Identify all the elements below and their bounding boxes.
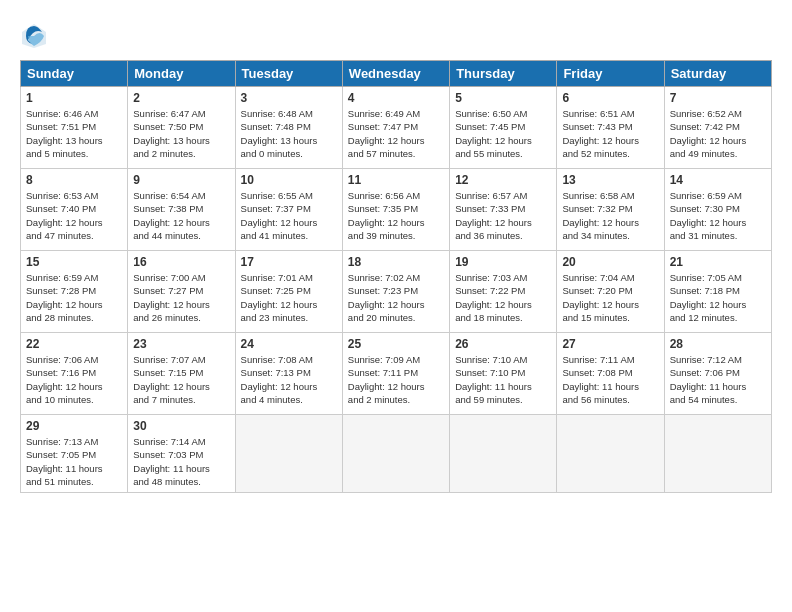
day-info: Sunrise: 6:57 AMSunset: 7:33 PMDaylight:… xyxy=(455,189,551,242)
day-info: Sunrise: 6:51 AMSunset: 7:43 PMDaylight:… xyxy=(562,107,658,160)
day-number: 1 xyxy=(26,91,122,105)
day-info: Sunrise: 6:59 AMSunset: 7:28 PMDaylight:… xyxy=(26,271,122,324)
week-row-2: 8Sunrise: 6:53 AMSunset: 7:40 PMDaylight… xyxy=(21,169,772,251)
day-number: 8 xyxy=(26,173,122,187)
day-number: 10 xyxy=(241,173,337,187)
day-info: Sunrise: 6:50 AMSunset: 7:45 PMDaylight:… xyxy=(455,107,551,160)
calendar-cell: 22Sunrise: 7:06 AMSunset: 7:16 PMDayligh… xyxy=(21,333,128,415)
calendar-cell: 4Sunrise: 6:49 AMSunset: 7:47 PMDaylight… xyxy=(342,87,449,169)
calendar-cell: 9Sunrise: 6:54 AMSunset: 7:38 PMDaylight… xyxy=(128,169,235,251)
day-info: Sunrise: 7:04 AMSunset: 7:20 PMDaylight:… xyxy=(562,271,658,324)
calendar-cell: 7Sunrise: 6:52 AMSunset: 7:42 PMDaylight… xyxy=(664,87,771,169)
day-number: 29 xyxy=(26,419,122,433)
day-number: 19 xyxy=(455,255,551,269)
day-info: Sunrise: 6:52 AMSunset: 7:42 PMDaylight:… xyxy=(670,107,766,160)
day-number: 5 xyxy=(455,91,551,105)
weekday-header-saturday: Saturday xyxy=(664,61,771,87)
day-number: 12 xyxy=(455,173,551,187)
day-info: Sunrise: 6:48 AMSunset: 7:48 PMDaylight:… xyxy=(241,107,337,160)
day-number: 9 xyxy=(133,173,229,187)
weekday-header-row: SundayMondayTuesdayWednesdayThursdayFrid… xyxy=(21,61,772,87)
day-number: 22 xyxy=(26,337,122,351)
day-info: Sunrise: 7:11 AMSunset: 7:08 PMDaylight:… xyxy=(562,353,658,406)
day-info: Sunrise: 7:14 AMSunset: 7:03 PMDaylight:… xyxy=(133,435,229,488)
day-number: 25 xyxy=(348,337,444,351)
day-info: Sunrise: 6:59 AMSunset: 7:30 PMDaylight:… xyxy=(670,189,766,242)
logo xyxy=(20,22,52,50)
day-info: Sunrise: 7:07 AMSunset: 7:15 PMDaylight:… xyxy=(133,353,229,406)
calendar-cell: 8Sunrise: 6:53 AMSunset: 7:40 PMDaylight… xyxy=(21,169,128,251)
day-number: 7 xyxy=(670,91,766,105)
day-number: 11 xyxy=(348,173,444,187)
calendar-cell: 14Sunrise: 6:59 AMSunset: 7:30 PMDayligh… xyxy=(664,169,771,251)
day-info: Sunrise: 7:09 AMSunset: 7:11 PMDaylight:… xyxy=(348,353,444,406)
header xyxy=(20,18,772,50)
day-info: Sunrise: 6:46 AMSunset: 7:51 PMDaylight:… xyxy=(26,107,122,160)
calendar-cell: 10Sunrise: 6:55 AMSunset: 7:37 PMDayligh… xyxy=(235,169,342,251)
logo-icon xyxy=(20,22,48,50)
day-number: 6 xyxy=(562,91,658,105)
day-number: 27 xyxy=(562,337,658,351)
calendar-cell xyxy=(342,415,449,493)
day-number: 28 xyxy=(670,337,766,351)
calendar-cell: 6Sunrise: 6:51 AMSunset: 7:43 PMDaylight… xyxy=(557,87,664,169)
day-number: 15 xyxy=(26,255,122,269)
day-number: 24 xyxy=(241,337,337,351)
calendar-cell: 26Sunrise: 7:10 AMSunset: 7:10 PMDayligh… xyxy=(450,333,557,415)
day-info: Sunrise: 6:55 AMSunset: 7:37 PMDaylight:… xyxy=(241,189,337,242)
day-number: 14 xyxy=(670,173,766,187)
calendar-cell: 29Sunrise: 7:13 AMSunset: 7:05 PMDayligh… xyxy=(21,415,128,493)
day-info: Sunrise: 6:56 AMSunset: 7:35 PMDaylight:… xyxy=(348,189,444,242)
calendar-cell xyxy=(235,415,342,493)
day-info: Sunrise: 6:47 AMSunset: 7:50 PMDaylight:… xyxy=(133,107,229,160)
day-number: 23 xyxy=(133,337,229,351)
calendar-cell: 30Sunrise: 7:14 AMSunset: 7:03 PMDayligh… xyxy=(128,415,235,493)
page: SundayMondayTuesdayWednesdayThursdayFrid… xyxy=(0,0,792,503)
day-info: Sunrise: 7:13 AMSunset: 7:05 PMDaylight:… xyxy=(26,435,122,488)
day-info: Sunrise: 7:03 AMSunset: 7:22 PMDaylight:… xyxy=(455,271,551,324)
calendar-cell: 1Sunrise: 6:46 AMSunset: 7:51 PMDaylight… xyxy=(21,87,128,169)
calendar-cell: 28Sunrise: 7:12 AMSunset: 7:06 PMDayligh… xyxy=(664,333,771,415)
day-info: Sunrise: 7:08 AMSunset: 7:13 PMDaylight:… xyxy=(241,353,337,406)
day-number: 2 xyxy=(133,91,229,105)
calendar-cell: 15Sunrise: 6:59 AMSunset: 7:28 PMDayligh… xyxy=(21,251,128,333)
weekday-header-thursday: Thursday xyxy=(450,61,557,87)
calendar-cell: 13Sunrise: 6:58 AMSunset: 7:32 PMDayligh… xyxy=(557,169,664,251)
day-number: 16 xyxy=(133,255,229,269)
day-number: 4 xyxy=(348,91,444,105)
calendar-cell: 21Sunrise: 7:05 AMSunset: 7:18 PMDayligh… xyxy=(664,251,771,333)
calendar-cell: 16Sunrise: 7:00 AMSunset: 7:27 PMDayligh… xyxy=(128,251,235,333)
calendar-cell: 27Sunrise: 7:11 AMSunset: 7:08 PMDayligh… xyxy=(557,333,664,415)
day-info: Sunrise: 7:06 AMSunset: 7:16 PMDaylight:… xyxy=(26,353,122,406)
day-info: Sunrise: 7:00 AMSunset: 7:27 PMDaylight:… xyxy=(133,271,229,324)
day-info: Sunrise: 6:58 AMSunset: 7:32 PMDaylight:… xyxy=(562,189,658,242)
day-number: 26 xyxy=(455,337,551,351)
day-info: Sunrise: 6:53 AMSunset: 7:40 PMDaylight:… xyxy=(26,189,122,242)
calendar-cell: 3Sunrise: 6:48 AMSunset: 7:48 PMDaylight… xyxy=(235,87,342,169)
day-info: Sunrise: 7:10 AMSunset: 7:10 PMDaylight:… xyxy=(455,353,551,406)
weekday-header-friday: Friday xyxy=(557,61,664,87)
calendar-cell xyxy=(557,415,664,493)
calendar-cell xyxy=(664,415,771,493)
calendar-cell: 5Sunrise: 6:50 AMSunset: 7:45 PMDaylight… xyxy=(450,87,557,169)
day-number: 30 xyxy=(133,419,229,433)
calendar-cell: 24Sunrise: 7:08 AMSunset: 7:13 PMDayligh… xyxy=(235,333,342,415)
day-info: Sunrise: 7:05 AMSunset: 7:18 PMDaylight:… xyxy=(670,271,766,324)
calendar-cell: 25Sunrise: 7:09 AMSunset: 7:11 PMDayligh… xyxy=(342,333,449,415)
calendar-cell: 19Sunrise: 7:03 AMSunset: 7:22 PMDayligh… xyxy=(450,251,557,333)
day-number: 18 xyxy=(348,255,444,269)
day-number: 21 xyxy=(670,255,766,269)
week-row-1: 1Sunrise: 6:46 AMSunset: 7:51 PMDaylight… xyxy=(21,87,772,169)
week-row-4: 22Sunrise: 7:06 AMSunset: 7:16 PMDayligh… xyxy=(21,333,772,415)
calendar-cell: 18Sunrise: 7:02 AMSunset: 7:23 PMDayligh… xyxy=(342,251,449,333)
week-row-5: 29Sunrise: 7:13 AMSunset: 7:05 PMDayligh… xyxy=(21,415,772,493)
day-info: Sunrise: 7:12 AMSunset: 7:06 PMDaylight:… xyxy=(670,353,766,406)
day-info: Sunrise: 7:02 AMSunset: 7:23 PMDaylight:… xyxy=(348,271,444,324)
calendar-cell: 20Sunrise: 7:04 AMSunset: 7:20 PMDayligh… xyxy=(557,251,664,333)
calendar-cell: 11Sunrise: 6:56 AMSunset: 7:35 PMDayligh… xyxy=(342,169,449,251)
calendar-cell: 17Sunrise: 7:01 AMSunset: 7:25 PMDayligh… xyxy=(235,251,342,333)
day-number: 17 xyxy=(241,255,337,269)
calendar-cell: 23Sunrise: 7:07 AMSunset: 7:15 PMDayligh… xyxy=(128,333,235,415)
calendar-table: SundayMondayTuesdayWednesdayThursdayFrid… xyxy=(20,60,772,493)
day-number: 13 xyxy=(562,173,658,187)
